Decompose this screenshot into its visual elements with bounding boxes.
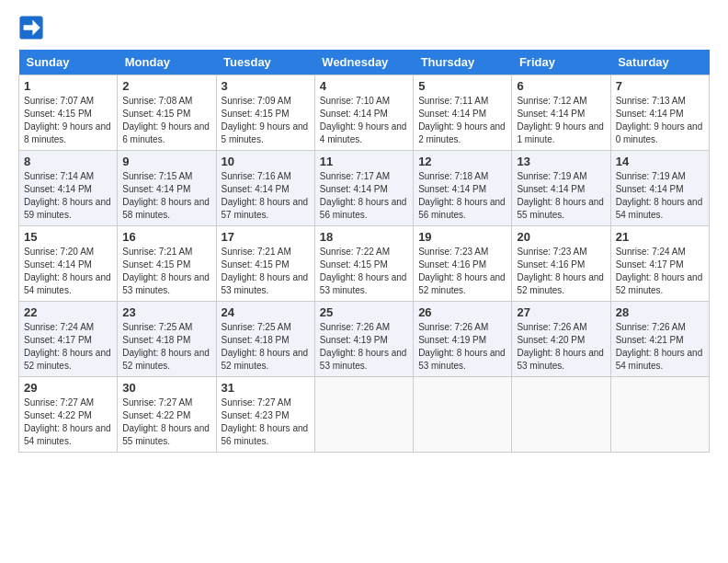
day-number: 28 <box>616 305 704 319</box>
day-info: Sunrise: 7:07 AMSunset: 4:15 PMDaylight:… <box>24 95 112 146</box>
calendar-cell: 11Sunrise: 7:17 AMSunset: 4:14 PMDayligh… <box>314 151 413 226</box>
day-info: Sunrise: 7:26 AMSunset: 4:20 PMDaylight:… <box>517 321 605 373</box>
day-info: Sunrise: 7:25 AMSunset: 4:18 PMDaylight:… <box>122 321 210 373</box>
calendar-cell <box>414 377 512 453</box>
header-tuesday: Tuesday <box>216 50 314 75</box>
calendar-cell: 24Sunrise: 7:25 AMSunset: 4:18 PMDayligh… <box>216 302 314 377</box>
calendar-cell: 8Sunrise: 7:14 AMSunset: 4:14 PMDaylight… <box>19 151 118 226</box>
day-info: Sunrise: 7:27 AMSunset: 4:23 PMDaylight:… <box>222 396 310 448</box>
day-info: Sunrise: 7:15 AMSunset: 4:14 PMDaylight:… <box>122 170 210 222</box>
calendar-cell: 20Sunrise: 7:23 AMSunset: 4:16 PMDayligh… <box>512 226 610 302</box>
day-info: Sunrise: 7:17 AMSunset: 4:14 PMDaylight:… <box>320 170 408 222</box>
day-number: 30 <box>122 381 210 395</box>
day-number: 24 <box>222 305 310 319</box>
day-info: Sunrise: 7:26 AMSunset: 4:21 PMDaylight:… <box>616 321 704 373</box>
day-info: Sunrise: 7:23 AMSunset: 4:16 PMDaylight:… <box>418 246 506 297</box>
calendar-cell: 1Sunrise: 7:07 AMSunset: 4:15 PMDaylight… <box>19 75 118 151</box>
header-thursday: Thursday <box>414 50 512 75</box>
day-number: 29 <box>24 381 112 395</box>
header-wednesday: Wednesday <box>314 50 413 75</box>
day-number: 4 <box>320 79 408 93</box>
day-info: Sunrise: 7:19 AMSunset: 4:14 PMDaylight:… <box>517 170 605 222</box>
day-info: Sunrise: 7:20 AMSunset: 4:14 PMDaylight:… <box>24 246 112 297</box>
calendar-cell: 27Sunrise: 7:26 AMSunset: 4:20 PMDayligh… <box>512 302 610 377</box>
day-info: Sunrise: 7:19 AMSunset: 4:14 PMDaylight:… <box>616 170 704 222</box>
calendar-cell: 7Sunrise: 7:13 AMSunset: 4:14 PMDaylight… <box>610 75 709 151</box>
calendar-cell: 19Sunrise: 7:23 AMSunset: 4:16 PMDayligh… <box>414 226 512 302</box>
day-number: 31 <box>222 381 310 395</box>
day-info: Sunrise: 7:10 AMSunset: 4:14 PMDaylight:… <box>320 95 408 146</box>
day-number: 10 <box>222 155 310 168</box>
calendar-cell: 31Sunrise: 7:27 AMSunset: 4:23 PMDayligh… <box>216 377 314 453</box>
calendar-cell: 15Sunrise: 7:20 AMSunset: 4:14 PMDayligh… <box>19 226 118 302</box>
day-number: 3 <box>222 79 310 93</box>
day-info: Sunrise: 7:18 AMSunset: 4:14 PMDaylight:… <box>418 170 506 222</box>
day-number: 11 <box>320 155 408 168</box>
day-number: 2 <box>122 79 210 93</box>
day-info: Sunrise: 7:23 AMSunset: 4:16 PMDaylight:… <box>517 246 605 297</box>
calendar-cell <box>314 377 413 453</box>
day-info: Sunrise: 7:26 AMSunset: 4:19 PMDaylight:… <box>320 321 408 373</box>
day-info: Sunrise: 7:26 AMSunset: 4:19 PMDaylight:… <box>418 321 506 373</box>
day-info: Sunrise: 7:22 AMSunset: 4:15 PMDaylight:… <box>320 246 408 297</box>
header <box>18 15 710 40</box>
calendar-cell: 22Sunrise: 7:24 AMSunset: 4:17 PMDayligh… <box>19 302 118 377</box>
calendar-cell: 3Sunrise: 7:09 AMSunset: 4:15 PMDaylight… <box>216 75 314 151</box>
week-row-5: 29Sunrise: 7:27 AMSunset: 4:22 PMDayligh… <box>19 377 710 453</box>
day-info: Sunrise: 7:13 AMSunset: 4:14 PMDaylight:… <box>616 95 704 146</box>
day-info: Sunrise: 7:27 AMSunset: 4:22 PMDaylight:… <box>24 396 112 448</box>
header-sunday: Sunday <box>19 50 118 75</box>
calendar-cell: 23Sunrise: 7:25 AMSunset: 4:18 PMDayligh… <box>118 302 216 377</box>
calendar-cell <box>512 377 610 453</box>
week-row-1: 1Sunrise: 7:07 AMSunset: 4:15 PMDaylight… <box>19 75 710 151</box>
header-saturday: Saturday <box>610 50 709 75</box>
day-number: 27 <box>517 305 605 319</box>
day-info: Sunrise: 7:11 AMSunset: 4:14 PMDaylight:… <box>418 95 506 146</box>
day-info: Sunrise: 7:14 AMSunset: 4:14 PMDaylight:… <box>24 170 112 222</box>
calendar-cell: 30Sunrise: 7:27 AMSunset: 4:22 PMDayligh… <box>118 377 216 453</box>
calendar-cell <box>610 377 709 453</box>
day-number: 18 <box>320 230 408 244</box>
day-info: Sunrise: 7:08 AMSunset: 4:15 PMDaylight:… <box>122 95 210 146</box>
day-info: Sunrise: 7:09 AMSunset: 4:15 PMDaylight:… <box>222 95 310 146</box>
day-number: 12 <box>418 155 506 168</box>
day-number: 9 <box>122 155 210 168</box>
calendar-cell: 21Sunrise: 7:24 AMSunset: 4:17 PMDayligh… <box>610 226 709 302</box>
calendar-cell: 14Sunrise: 7:19 AMSunset: 4:14 PMDayligh… <box>610 151 709 226</box>
day-number: 16 <box>122 230 210 244</box>
week-row-2: 8Sunrise: 7:14 AMSunset: 4:14 PMDaylight… <box>19 151 710 226</box>
day-info: Sunrise: 7:25 AMSunset: 4:18 PMDaylight:… <box>222 321 310 373</box>
day-info: Sunrise: 7:21 AMSunset: 4:15 PMDaylight:… <box>122 246 210 297</box>
day-number: 13 <box>517 155 605 168</box>
calendar-cell: 9Sunrise: 7:15 AMSunset: 4:14 PMDaylight… <box>118 151 216 226</box>
day-info: Sunrise: 7:24 AMSunset: 4:17 PMDaylight:… <box>616 246 704 297</box>
calendar-cell: 25Sunrise: 7:26 AMSunset: 4:19 PMDayligh… <box>314 302 413 377</box>
day-number: 15 <box>24 230 112 244</box>
calendar-cell: 28Sunrise: 7:26 AMSunset: 4:21 PMDayligh… <box>610 302 709 377</box>
week-row-3: 15Sunrise: 7:20 AMSunset: 4:14 PMDayligh… <box>19 226 710 302</box>
header-friday: Friday <box>512 50 610 75</box>
calendar-cell: 10Sunrise: 7:16 AMSunset: 4:14 PMDayligh… <box>216 151 314 226</box>
calendar-cell: 12Sunrise: 7:18 AMSunset: 4:14 PMDayligh… <box>414 151 512 226</box>
calendar-cell: 29Sunrise: 7:27 AMSunset: 4:22 PMDayligh… <box>19 377 118 453</box>
calendar-table: SundayMondayTuesdayWednesdayThursdayFrid… <box>18 50 710 453</box>
day-info: Sunrise: 7:21 AMSunset: 4:15 PMDaylight:… <box>222 246 310 297</box>
day-info: Sunrise: 7:12 AMSunset: 4:14 PMDaylight:… <box>517 95 605 146</box>
day-number: 23 <box>122 305 210 319</box>
calendar-cell: 18Sunrise: 7:22 AMSunset: 4:15 PMDayligh… <box>314 226 413 302</box>
day-number: 26 <box>418 305 506 319</box>
day-number: 5 <box>418 79 506 93</box>
day-info: Sunrise: 7:27 AMSunset: 4:22 PMDaylight:… <box>122 396 210 448</box>
calendar-cell: 5Sunrise: 7:11 AMSunset: 4:14 PMDaylight… <box>414 75 512 151</box>
calendar-cell: 16Sunrise: 7:21 AMSunset: 4:15 PMDayligh… <box>118 226 216 302</box>
day-number: 21 <box>616 230 704 244</box>
calendar-cell: 6Sunrise: 7:12 AMSunset: 4:14 PMDaylight… <box>512 75 610 151</box>
day-number: 14 <box>616 155 704 168</box>
calendar-header-row: SundayMondayTuesdayWednesdayThursdayFrid… <box>19 50 710 75</box>
header-monday: Monday <box>118 50 216 75</box>
day-number: 7 <box>616 79 704 93</box>
day-number: 19 <box>418 230 506 244</box>
calendar-cell: 26Sunrise: 7:26 AMSunset: 4:19 PMDayligh… <box>414 302 512 377</box>
logo <box>18 15 46 40</box>
day-number: 22 <box>24 305 112 319</box>
